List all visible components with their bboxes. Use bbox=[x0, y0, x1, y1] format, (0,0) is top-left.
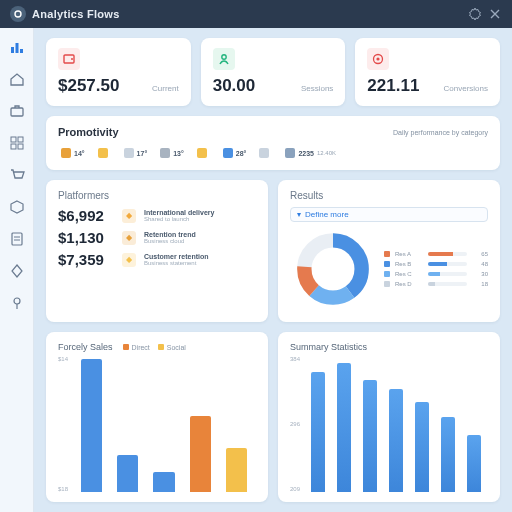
results-dropdown[interactable]: ▾ Define more bbox=[290, 207, 488, 222]
bar bbox=[76, 356, 106, 492]
bar bbox=[412, 356, 432, 492]
svg-rect-6 bbox=[18, 137, 23, 142]
kpi-value: $257.50 bbox=[58, 76, 119, 96]
left-chart-legend: Direct Social bbox=[123, 344, 186, 351]
results-donut-chart bbox=[290, 226, 376, 312]
promo-chip[interactable] bbox=[194, 146, 216, 160]
left-chart-title: Forcely Sales bbox=[58, 342, 113, 352]
svg-rect-2 bbox=[15, 43, 18, 53]
chip-icon bbox=[259, 148, 269, 158]
svg-rect-3 bbox=[20, 49, 23, 53]
platform-row[interactable]: $1,130◆Retention trendBusiness cloud bbox=[58, 229, 256, 246]
kpi-label: Conversions bbox=[444, 84, 488, 93]
right-chart-yaxis: 384 296 209 bbox=[290, 356, 300, 492]
legend-row: Res C30 bbox=[384, 271, 488, 277]
app-title: Analytics Flows bbox=[32, 8, 120, 20]
svg-rect-8 bbox=[18, 144, 23, 149]
bar bbox=[438, 356, 458, 492]
nav-cart-icon[interactable] bbox=[8, 166, 26, 184]
title-bar: Analytics Flows bbox=[0, 0, 512, 28]
kpi-row: $257.50Current 30.00Sessions 221.11Conve… bbox=[46, 38, 500, 106]
bar bbox=[308, 356, 328, 492]
kpi-value: 221.11 bbox=[367, 76, 419, 96]
svg-point-15 bbox=[377, 57, 380, 60]
promo-chip[interactable]: 13° bbox=[157, 146, 190, 160]
nav-pin-icon[interactable] bbox=[8, 294, 26, 312]
chip-icon bbox=[223, 148, 233, 158]
bar bbox=[149, 356, 179, 492]
bar bbox=[334, 356, 354, 492]
nav-box-icon[interactable] bbox=[8, 198, 26, 216]
nav-doc-icon[interactable] bbox=[8, 230, 26, 248]
kpi-card[interactable]: 221.11Conversions bbox=[355, 38, 500, 106]
platforms-card: Platformers $6,992◆International deliver… bbox=[46, 180, 268, 322]
sidebar bbox=[0, 28, 34, 512]
legend-row: Res B48 bbox=[384, 261, 488, 267]
chip-icon bbox=[285, 148, 295, 158]
kpi-card[interactable]: 30.00Sessions bbox=[201, 38, 346, 106]
chevron-down-icon: ▾ bbox=[297, 210, 301, 219]
app-logo-icon bbox=[10, 6, 26, 22]
bar bbox=[386, 356, 406, 492]
results-card: Results ▾ Define more Res A65Res B4 bbox=[278, 180, 500, 322]
promo-chip[interactable]: 14° bbox=[58, 146, 91, 160]
main-content: $257.50Current 30.00Sessions 221.11Conve… bbox=[34, 28, 512, 512]
promo-chip[interactable]: 223512.40K bbox=[282, 146, 339, 160]
nav-analytics-icon[interactable] bbox=[8, 38, 26, 56]
nav-grid-icon[interactable] bbox=[8, 134, 26, 152]
platform-amount: $7,359 bbox=[58, 251, 114, 268]
platform-row[interactable]: $6,992◆International deliveryShared to l… bbox=[58, 207, 256, 224]
nav-home-icon[interactable] bbox=[8, 70, 26, 88]
legend-row: Res A65 bbox=[384, 251, 488, 257]
svg-point-10 bbox=[14, 298, 20, 304]
bar bbox=[185, 356, 215, 492]
settings-icon[interactable] bbox=[468, 7, 482, 21]
promotion-chips: 14°17°13°28°223512.40K bbox=[58, 146, 488, 160]
bar bbox=[360, 356, 380, 492]
chip-icon bbox=[61, 148, 71, 158]
platform-icon: ◆ bbox=[122, 253, 136, 267]
kpi-label: Current bbox=[152, 84, 179, 93]
right-chart-card: Summary Statistics 384 296 209 bbox=[278, 332, 500, 502]
platform-icon: ◆ bbox=[122, 209, 136, 223]
svg-rect-1 bbox=[11, 47, 14, 53]
legend-row: Res D18 bbox=[384, 281, 488, 287]
kpi-label: Sessions bbox=[301, 84, 333, 93]
svg-point-13 bbox=[221, 55, 225, 59]
svg-point-0 bbox=[15, 11, 21, 17]
results-title: Results bbox=[290, 190, 488, 201]
chip-icon bbox=[197, 148, 207, 158]
results-legend: Res A65Res B48Res C30Res D18 bbox=[384, 251, 488, 287]
bar bbox=[464, 356, 484, 492]
chip-icon bbox=[124, 148, 134, 158]
bar bbox=[222, 356, 252, 492]
platform-row[interactable]: $7,359◆Customer retentionBusiness statem… bbox=[58, 251, 256, 268]
right-chart-title: Summary Statistics bbox=[290, 342, 367, 352]
promotion-card: Promotivity Daily performance by categor… bbox=[46, 116, 500, 170]
svg-rect-4 bbox=[11, 108, 23, 116]
platforms-title: Platformers bbox=[58, 190, 256, 201]
svg-rect-9 bbox=[12, 233, 22, 245]
nav-briefcase-icon[interactable] bbox=[8, 102, 26, 120]
promo-chip[interactable] bbox=[95, 146, 117, 160]
left-chart-yaxis: $14 $18 bbox=[58, 356, 68, 492]
promotion-subtitle: Daily performance by category bbox=[393, 129, 488, 136]
svg-rect-5 bbox=[11, 137, 16, 142]
promo-chip[interactable]: 17° bbox=[121, 146, 154, 160]
svg-point-12 bbox=[71, 58, 73, 60]
platform-icon: ◆ bbox=[122, 231, 136, 245]
left-chart-bars bbox=[72, 356, 256, 492]
platform-amount: $6,992 bbox=[58, 207, 114, 224]
chip-icon bbox=[98, 148, 108, 158]
promo-chip[interactable] bbox=[256, 146, 278, 160]
platform-amount: $1,130 bbox=[58, 229, 114, 246]
target-icon bbox=[367, 48, 389, 70]
kpi-card[interactable]: $257.50Current bbox=[46, 38, 191, 106]
close-icon[interactable] bbox=[488, 7, 502, 21]
promo-chip[interactable]: 28° bbox=[220, 146, 253, 160]
bar bbox=[112, 356, 142, 492]
svg-rect-7 bbox=[11, 144, 16, 149]
nav-diamond-icon[interactable] bbox=[8, 262, 26, 280]
left-chart-card: Forcely Sales Direct Social $14 $18 bbox=[46, 332, 268, 502]
wallet-icon bbox=[58, 48, 80, 70]
